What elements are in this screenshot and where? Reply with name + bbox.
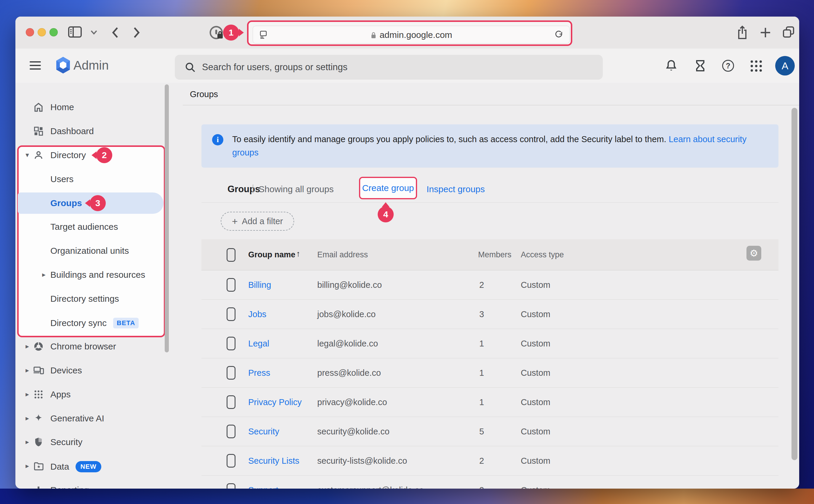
close-window-button[interactable] — [26, 28, 34, 36]
forward-button[interactable] — [132, 26, 142, 39]
inspect-groups-button[interactable]: Inspect groups — [427, 184, 485, 194]
expand-right-icon[interactable]: ▸ — [24, 486, 31, 489]
group-access-type: Custom — [521, 397, 550, 407]
new-tab-icon[interactable] — [759, 27, 771, 38]
expand-right-icon[interactable]: ▸ — [24, 438, 31, 446]
group-name-link[interactable]: Support — [248, 485, 278, 489]
table-row[interactable]: Security Lists security-lists@kolide.co … — [201, 446, 778, 476]
add-filter-button[interactable]: + Add a filter — [221, 212, 294, 231]
group-name-link[interactable]: Security — [248, 427, 279, 436]
column-header-group-name[interactable]: Group name — [248, 250, 295, 259]
row-checkbox[interactable] — [227, 337, 235, 350]
row-checkbox[interactable] — [227, 454, 235, 468]
create-group-button[interactable]: Create group — [362, 183, 414, 193]
sidebar-item-devices[interactable]: ▸ Devices — [15, 359, 183, 382]
table-row[interactable]: Billing billing@kolide.co 2 Custom — [201, 270, 778, 300]
group-email: billing@kolide.co — [317, 280, 382, 290]
column-header-access-type[interactable]: Access type — [521, 250, 564, 259]
expand-right-icon[interactable]: ▸ — [40, 271, 47, 279]
notifications-bell-icon[interactable] — [665, 59, 678, 73]
minimize-window-button[interactable] — [38, 28, 46, 36]
group-access-type: Custom — [521, 280, 550, 290]
row-checkbox[interactable] — [227, 307, 235, 321]
table-row[interactable]: Security security@kolide.co 5 Custom — [201, 417, 778, 446]
column-settings-gear-icon[interactable]: ⚙ — [746, 246, 761, 261]
sidebar-item-dashboard[interactable]: Dashboard — [15, 119, 183, 143]
content-scrollbar[interactable] — [791, 108, 797, 460]
chevron-down-icon[interactable] — [90, 30, 98, 35]
sidebar-item-buildings-resources[interactable]: ▸ Buildings and resources — [15, 263, 183, 287]
sidebar-item-organizational-units[interactable]: Organizational units — [15, 239, 183, 263]
share-icon[interactable] — [736, 25, 749, 40]
sidebar-item-apps[interactable]: ▸ Apps — [15, 383, 183, 406]
sidebar-item-security[interactable]: ▸ Security — [15, 430, 183, 454]
sidebar-item-data[interactable]: ▸ DataNEW — [15, 454, 183, 478]
group-name-link[interactable]: Legal — [248, 339, 269, 349]
group-name-link[interactable]: Jobs — [248, 309, 266, 319]
row-checkbox[interactable] — [227, 425, 235, 438]
sidebar-item-reporting[interactable]: ▸ Reporting — [15, 478, 183, 489]
table-row[interactable]: Privacy Policy privacy@kolide.co 1 Custo… — [201, 388, 778, 417]
breadcrumb[interactable]: Groups — [190, 89, 218, 99]
expand-right-icon[interactable]: ▸ — [24, 342, 31, 350]
banner-text: To easily identify and manage groups you… — [232, 133, 765, 159]
sidebar-toggle-icon[interactable] — [68, 25, 82, 38]
expand-right-icon[interactable]: ▸ — [24, 414, 31, 422]
group-access-type: Custom — [521, 427, 550, 436]
table-row[interactable]: Legal legal@kolide.co 1 Custom — [201, 329, 778, 358]
group-email: legal@kolide.co — [317, 339, 378, 349]
column-header-members[interactable]: Members — [478, 250, 512, 259]
sidebar-item-directory-sync[interactable]: Directory syncBETA — [15, 311, 183, 335]
main-menu-icon[interactable] — [30, 61, 41, 72]
group-members-count: 2 — [479, 280, 484, 290]
sidebar-item-label: Chrome browser — [50, 341, 116, 351]
row-checkbox[interactable] — [227, 483, 235, 489]
expand-down-icon[interactable]: ▾ — [24, 151, 31, 159]
group-members-count: 3 — [479, 309, 484, 319]
expand-right-icon[interactable]: ▸ — [24, 390, 31, 398]
sidebar-item-directory-settings[interactable]: Directory settings — [15, 287, 183, 311]
sidebar-item-label: Buildings and resources — [50, 270, 145, 280]
expand-right-icon[interactable]: ▸ — [24, 462, 31, 470]
admin-search-bar[interactable]: Search for users, groups or settings — [175, 55, 603, 80]
table-row[interactable]: Press press@kolide.co 1 Custom — [201, 358, 778, 388]
sidebar-item-label: Directory syncBETA — [50, 318, 139, 328]
url-text[interactable]: admin.google.com — [253, 30, 569, 40]
sidebar-item-label: Apps — [50, 389, 70, 399]
back-button[interactable] — [110, 26, 120, 39]
row-checkbox[interactable] — [227, 395, 235, 409]
column-header-email[interactable]: Email address — [317, 250, 368, 259]
select-all-checkbox[interactable] — [227, 248, 235, 262]
tab-overview-icon[interactable] — [781, 25, 796, 39]
hourglass-session-icon[interactable] — [694, 59, 707, 73]
sidebar-scrollbar[interactable] — [165, 84, 169, 352]
group-access-type: Custom — [521, 339, 550, 349]
password-manager-extension-icon[interactable] — [209, 25, 225, 41]
sidebar-item-target-audiences[interactable]: Target audiences — [15, 215, 183, 239]
sidebar-item-users[interactable]: Users — [15, 167, 183, 191]
group-name-link[interactable]: Privacy Policy — [248, 397, 302, 407]
table-row[interactable]: Support customersupport@kolide.co 2 Cust… — [201, 476, 778, 489]
reload-icon[interactable] — [554, 30, 564, 40]
sidebar-item-chrome-browser[interactable]: ▸ Chrome browser — [15, 335, 183, 358]
google-apps-grid-icon[interactable] — [751, 60, 762, 72]
group-name-link[interactable]: Billing — [248, 280, 271, 290]
row-checkbox[interactable] — [227, 278, 235, 292]
account-avatar[interactable]: A — [775, 56, 795, 76]
help-icon[interactable]: ? — [722, 60, 734, 72]
row-checkbox[interactable] — [227, 366, 235, 380]
annotation-step-1: 1 — [223, 25, 239, 41]
group-name-link[interactable]: Security Lists — [248, 456, 299, 466]
sort-ascending-icon[interactable]: ↑ — [296, 249, 300, 259]
group-members-count: 1 — [479, 368, 484, 378]
expand-right-icon[interactable]: ▸ — [24, 366, 31, 374]
sidebar-item-generative-ai[interactable]: ▸ Generative AI — [15, 407, 183, 430]
group-name-link[interactable]: Press — [248, 368, 270, 378]
annotation-box-create-group: Create group — [359, 177, 417, 199]
zoom-window-button[interactable] — [49, 28, 58, 36]
url-bar[interactable]: admin.google.com — [253, 26, 570, 44]
help-glyph: ? — [722, 60, 734, 72]
table-row[interactable]: Jobs jobs@kolide.co 3 Custom — [201, 300, 778, 329]
sidebar-item-home[interactable]: Home — [15, 95, 183, 119]
folder-star-icon — [33, 460, 44, 472]
